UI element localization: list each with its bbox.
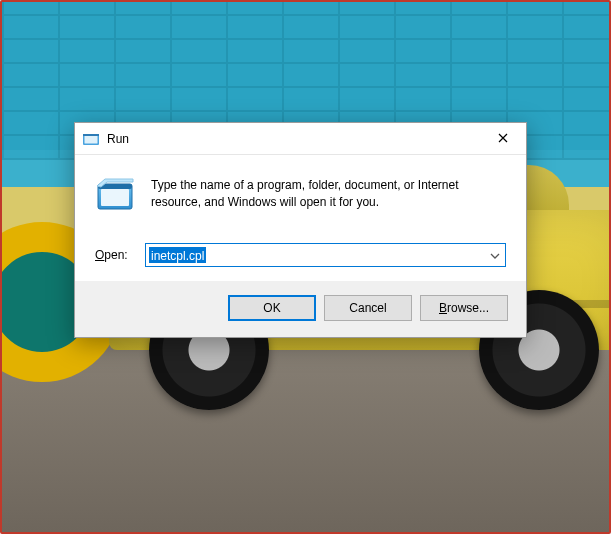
browse-button[interactable]: Browse... xyxy=(420,295,508,321)
close-button[interactable] xyxy=(480,123,526,155)
close-icon xyxy=(498,132,508,146)
run-program-icon xyxy=(83,131,99,147)
titlebar[interactable]: Run xyxy=(75,123,526,155)
desktop-wallpaper: Run xyxy=(0,0,611,534)
cancel-button[interactable]: Cancel xyxy=(324,295,412,321)
svg-rect-4 xyxy=(101,189,129,206)
chevron-down-icon xyxy=(490,248,500,262)
dialog-content: Type the name of a program, folder, docu… xyxy=(75,155,526,281)
open-dropdown-button[interactable] xyxy=(485,244,505,266)
open-combobox[interactable]: inetcpl.cpl xyxy=(145,243,506,267)
svg-rect-1 xyxy=(85,135,98,143)
run-program-icon xyxy=(95,177,135,217)
ok-button[interactable]: OK xyxy=(228,295,316,321)
open-input[interactable] xyxy=(146,244,485,266)
open-label: Open: xyxy=(95,248,133,262)
dialog-title: Run xyxy=(107,132,480,146)
run-dialog: Run xyxy=(74,122,527,338)
svg-rect-2 xyxy=(83,134,99,136)
dialog-description: Type the name of a program, folder, docu… xyxy=(151,177,506,212)
dialog-footer: OK Cancel Browse... xyxy=(75,281,526,337)
